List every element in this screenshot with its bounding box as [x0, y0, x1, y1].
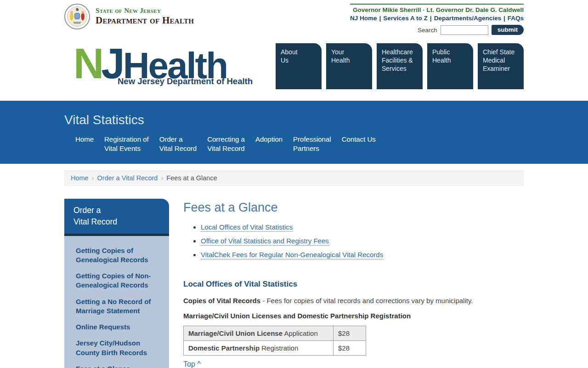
tab-public-health[interactable]: Public Health — [427, 43, 473, 89]
header: State of New Jersey Department of Health… — [64, 0, 524, 95]
section-title: Vital Statistics — [64, 101, 524, 127]
toc-item: Office of Vital Statistics and Registry … — [201, 237, 524, 245]
sidebar-menu: Getting Copies of Genealogical Records G… — [64, 236, 169, 368]
link-nj-home[interactable]: NJ Home — [350, 15, 377, 22]
governor-line[interactable]: Governor Mikie Sherrill · Lt. Governor D… — [350, 6, 524, 13]
breadcrumb-current-page: Fees at a Glance — [166, 174, 217, 182]
header-right: Governor Mikie Sherrill · Lt. Governor D… — [350, 4, 524, 35]
toc-list: Local Offices of Vital Statistics Office… — [201, 223, 524, 259]
fees-table: Marriage/Civil Union License Application… — [183, 326, 366, 356]
nav-contact-us[interactable]: Contact Us — [342, 135, 376, 154]
nav-adoption[interactable]: Adoption — [255, 135, 283, 154]
search-input[interactable] — [441, 25, 488, 35]
nav-correcting-a-vital-record[interactable]: Correcting a Vital Record — [207, 135, 245, 154]
pipe-separator: | — [503, 15, 505, 22]
link-departments-agencies[interactable]: Departments/Agencies — [434, 15, 501, 22]
intro-bold-copies-of-vital-records: Copies of Vital Records — [183, 297, 260, 305]
nav-home[interactable]: Home — [75, 135, 94, 154]
nav-order-a-vital-record[interactable]: Order a Vital Record — [159, 135, 197, 154]
breadcrumb-separator: › — [92, 174, 94, 182]
department-of-health-label: Department of Health — [96, 15, 194, 26]
back-to-top-link[interactable]: Top ^ — [183, 360, 201, 368]
sidebar-item-fees-at-a-glance[interactable]: Fees at a Glance — [76, 364, 162, 368]
fee-amount-cell: $28 — [334, 326, 366, 341]
sidebar-header-order-a-vital-record[interactable]: Order a Vital Record — [64, 199, 169, 236]
section-nav: Home Registration of Vital Events Order … — [75, 135, 524, 154]
tab-about-us[interactable]: About Us — [276, 43, 322, 89]
sidebar-item-genealogical-records[interactable]: Getting Copies of Genealogical Records — [76, 246, 162, 265]
breadcrumb-order-a-vital-record[interactable]: Order a Vital Record — [97, 174, 158, 182]
toc-link-local-offices[interactable]: Local Offices of Vital Statistics — [201, 223, 293, 232]
fee-item-cell: Domestic Partnership Registration — [184, 341, 334, 356]
table-row: Domestic Partnership Registration $28 — [184, 341, 366, 356]
pipe-separator: | — [379, 15, 381, 22]
toc-link-office-of-vital-statistics-fees[interactable]: Office of Vital Statistics and Registry … — [201, 237, 329, 246]
sidebar-item-no-record-of-marriage[interactable]: Getting a No Record of Marriage Statemen… — [76, 297, 162, 316]
fee-item-rest: Registration — [260, 344, 298, 352]
link-services-a-to-z[interactable]: Services A to Z — [383, 15, 428, 22]
tab-healthcare-facilities-services[interactable]: Healthcare Facilities & Services — [377, 43, 423, 89]
main-content: Fees at a Glance Local Offices of Vital … — [183, 199, 524, 368]
table-row: Marriage/Civil Union License Application… — [184, 326, 366, 341]
state-of-nj-label: State of New Jersey — [96, 7, 194, 15]
breadcrumb-separator: › — [161, 174, 163, 182]
agency-branding[interactable]: State of New Jersey Department of Health — [64, 4, 194, 29]
tab-chief-state-medical-examiner[interactable]: Chief State Medical Examiner — [478, 43, 524, 89]
search-label: Search — [418, 27, 437, 34]
toc-link-vitalchek-fees[interactable]: VitalChek Fees for Regular Non-Genealogi… — [201, 251, 383, 259]
breadcrumb: Home›Order a Vital Record›Fees at a Glan… — [64, 170, 524, 186]
sidebar-item-jersey-city-hudson-county[interactable]: Jersey City/Hudson County Birth Records — [76, 339, 162, 357]
page-title: Fees at a Glance — [183, 201, 524, 215]
fee-item-rest: Application — [283, 329, 318, 337]
sidebar: Order a Vital Record Getting Copies of G… — [64, 199, 169, 368]
section-heading-local-offices: Local Offices of Vital Statistics — [183, 280, 524, 289]
nav-professional-partners[interactable]: Professional Partners — [293, 135, 331, 154]
fee-item-bold: Marriage/Civil Union License — [188, 329, 283, 337]
pipe-separator: | — [430, 15, 432, 22]
search-submit-button[interactable]: submit — [492, 25, 524, 35]
tab-your-health[interactable]: Your Health — [326, 43, 372, 89]
intro-rest: - Fees for copies of vital records and c… — [260, 297, 473, 305]
primary-tabs: About Us Your Health Healthcare Faciliti… — [276, 43, 524, 89]
nj-health-logo[interactable]: NJHealth New Jersey Department of Health — [74, 42, 253, 86]
toc-item: Local Offices of Vital Statistics — [201, 223, 524, 231]
section-banner: Vital Statistics Home Registration of Vi… — [0, 101, 588, 164]
subheading-marriage-civil-union: Marriage/Civil Union Licenses and Domest… — [183, 312, 524, 320]
sidebar-item-online-requests[interactable]: Online Requests — [76, 322, 162, 332]
quick-links: NJ Home|Services A to Z|Departments/Agen… — [350, 15, 524, 22]
toc-item: VitalChek Fees for Regular Non-Genealogi… — [201, 251, 524, 259]
sidebar-item-non-genealogical-records[interactable]: Getting Copies of Non-Genealogical Recor… — [76, 271, 162, 290]
logo-letter-n: N — [74, 40, 101, 87]
intro-paragraph: Copies of Vital Records - Fees for copie… — [183, 297, 524, 305]
breadcrumb-home[interactable]: Home — [71, 174, 89, 182]
fee-item-bold: Domestic Partnership — [188, 344, 260, 352]
fee-amount-cell: $28 — [334, 341, 366, 356]
fee-item-cell: Marriage/Civil Union License Application — [184, 326, 334, 341]
logo-tagline: New Jersey Department of Health — [118, 77, 253, 86]
link-faqs[interactable]: FAQs — [508, 15, 524, 22]
nav-registration-of-vital-events[interactable]: Registration of Vital Events — [104, 135, 149, 154]
nj-state-seal-icon — [64, 4, 90, 29]
